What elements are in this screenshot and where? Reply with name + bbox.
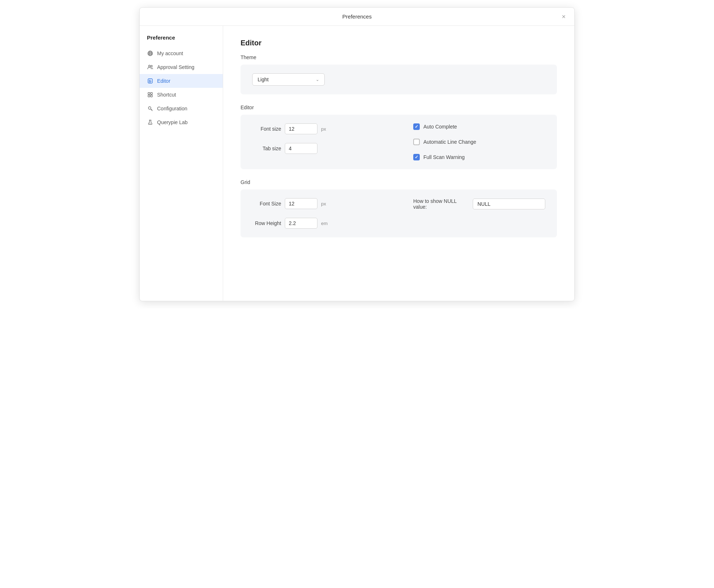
null-value-input[interactable] [473,199,545,209]
sidebar-item-label: My account [157,50,183,56]
grid-right-col: How to show NULL value: [399,198,545,229]
row-height-row: Row Height em [252,218,384,229]
svg-rect-12 [151,93,152,94]
svg-rect-13 [148,95,150,97]
sidebar-item-configuration[interactable]: Configuration [140,102,223,115]
svg-rect-11 [148,93,150,94]
tab-size-input[interactable] [285,143,317,154]
theme-select[interactable]: Light ⌄ [252,73,325,86]
editor-card: Font size px Tab size ✓ [241,115,557,169]
grid-section-label: Grid [241,179,557,185]
auto-complete-label: Auto Complete [423,124,457,130]
font-size-unit: px [321,126,326,132]
auto-line-change-row: Automatic Line Change [413,139,545,145]
modal-title: Preferences [342,13,372,20]
checkmark-icon: ✓ [415,155,418,159]
tab-size-label: Tab size [252,146,281,151]
grid-font-size-row: Font Size px [252,198,384,209]
theme-card: Light ⌄ [241,65,557,94]
tab-size-row: Tab size [252,143,384,154]
sidebar-item-label: Shortcut [157,92,176,98]
page-title: Editor [241,39,557,47]
sidebar-item-shortcut[interactable]: Shortcut [140,88,223,102]
svg-rect-14 [151,95,152,97]
row-height-unit: em [321,221,328,226]
editor-section-label: Editor [241,105,557,110]
sidebar-item-my-account[interactable]: My account [140,46,223,60]
sidebar-item-label: Editor [157,78,171,84]
close-button[interactable]: × [560,12,567,21]
sidebar-item-editor[interactable]: Editor [140,74,223,88]
editor-right-col: ✓ Auto Complete Automatic Line Change ✓ [399,123,545,160]
checkmark-icon: ✓ [415,124,418,129]
null-value-label: How to show NULL value: [413,198,469,210]
modal-header: Preferences × [140,8,574,26]
font-size-label: Font size [252,126,281,132]
grid-font-size-unit: px [321,201,326,207]
main-content: Editor Theme Light ⌄ Editor Font size [223,26,574,301]
editor-icon [147,78,153,84]
null-value-row: How to show NULL value: [413,198,545,210]
full-scan-warning-row: ✓ Full Scan Warning [413,154,545,160]
full-scan-warning-label: Full Scan Warning [423,154,465,160]
editor-left-col: Font size px Tab size [252,123,399,160]
grid-card: Font Size px Row Height em How to show N [241,189,557,237]
grid-icon [147,91,153,98]
auto-complete-checkbox[interactable]: ✓ [413,123,420,130]
globe-icon [147,50,153,57]
font-size-input[interactable] [285,123,317,134]
theme-label: Theme [241,54,557,60]
sidebar-item-label: Approval Setting [157,64,194,70]
auto-line-change-checkbox[interactable] [413,139,420,145]
editor-grid: Font size px Tab size ✓ [252,123,545,160]
sidebar-item-approval-setting[interactable]: Approval Setting [140,60,223,74]
sidebar-item-label: Querypie Lab [157,119,188,125]
font-size-row: Font size px [252,123,384,134]
auto-complete-row: ✓ Auto Complete [413,123,545,130]
svg-point-5 [149,65,151,67]
theme-selected-value: Light [258,77,268,82]
full-scan-warning-checkbox[interactable]: ✓ [413,154,420,160]
sidebar-item-querypie-lab[interactable]: Querypie Lab [140,115,223,129]
svg-point-6 [151,65,152,67]
modal-body: Preference My account [140,26,574,301]
sidebar-item-label: Configuration [157,106,187,111]
auto-line-change-label: Automatic Line Change [423,139,476,145]
lab-icon [147,119,153,126]
grid-grid: Font Size px Row Height em How to show N [252,198,545,229]
key-icon [147,105,153,112]
row-height-input[interactable] [285,218,317,229]
grid-font-size-input[interactable] [285,198,317,209]
grid-font-size-label: Font Size [252,201,281,207]
users-icon [147,64,153,70]
chevron-down-icon: ⌄ [316,77,319,82]
sidebar: Preference My account [140,26,223,301]
grid-left-col: Font Size px Row Height em [252,198,399,229]
sidebar-heading: Preference [140,34,223,46]
svg-point-18 [150,123,151,124]
preferences-modal: Preferences × Preference My account [139,7,575,301]
row-height-label: Row Height [252,220,281,226]
